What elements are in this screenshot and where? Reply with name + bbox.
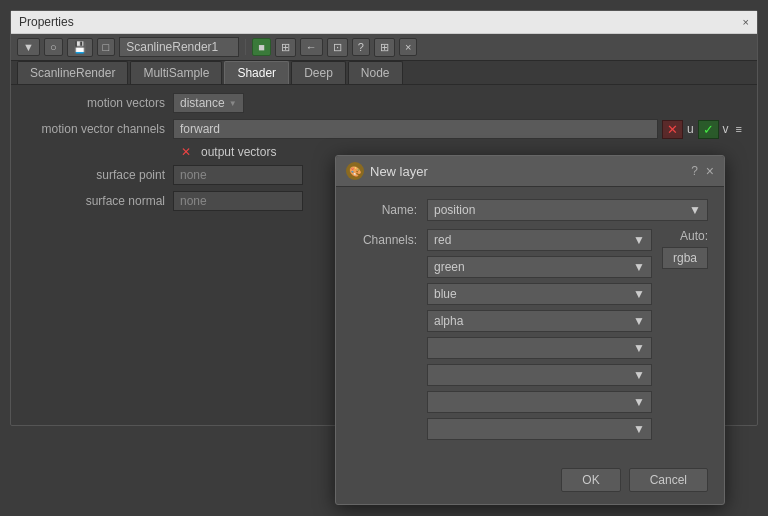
dialog-channels-row: Channels: red ▼ green ▼ blue [352, 229, 708, 440]
dialog-titlebar: 🎨 New layer ? × [336, 156, 724, 187]
panel-toolbar: ▼ ○ 💾 □ ScanlineRender1 ■ ⊞ ← ⊡ ? ⊞ × [11, 34, 757, 61]
circle-btn[interactable]: ○ [44, 38, 63, 56]
dialog-footer: OK Cancel [336, 460, 724, 504]
name-field: position ▼ [427, 199, 708, 221]
ok-button[interactable]: OK [561, 468, 620, 492]
channels-list: red ▼ green ▼ blue ▼ alpha [427, 229, 652, 440]
close-panel-btn[interactable]: × [399, 38, 417, 56]
surface-normal-label: surface normal [23, 194, 173, 208]
channel1-chevron-icon: ▼ [633, 233, 645, 247]
cancel-button[interactable]: Cancel [629, 468, 708, 492]
pin-btn[interactable]: ⊞ [374, 38, 395, 57]
channel6-chevron-icon: ▼ [633, 368, 645, 382]
layer-icon: 🎨 [349, 166, 361, 177]
dialog-title-text: New layer [370, 164, 428, 179]
dialog-help-btn[interactable]: ? [691, 164, 698, 178]
channel-1-value: red [434, 233, 451, 247]
dialog-title-area: 🎨 New layer [346, 162, 428, 180]
panel-title: Properties [19, 15, 74, 29]
surface-normal-value: none [173, 191, 303, 211]
channel5-chevron-icon: ▼ [633, 341, 645, 355]
channel-dropdown-5[interactable]: ▼ [427, 337, 652, 359]
v-label: v [723, 122, 729, 136]
motion-vectors-dropdown[interactable]: distance ▼ [173, 93, 244, 113]
channel4-chevron-icon: ▼ [633, 314, 645, 328]
channel-dropdown-8[interactable]: ▼ [427, 418, 652, 440]
render-btn3[interactable]: ← [300, 38, 323, 56]
menu-icon[interactable]: ≡ [733, 122, 745, 136]
dialog-close-btn[interactable]: × [706, 163, 714, 179]
name-dropdown[interactable]: position ▼ [427, 199, 708, 221]
channel2-chevron-icon: ▼ [633, 260, 645, 274]
name-value: position [434, 203, 475, 217]
channel7-chevron-icon: ▼ [633, 395, 645, 409]
channel8-chevron-icon: ▼ [633, 422, 645, 436]
surface-point-label: surface point [23, 168, 173, 182]
tab-scanlinerender[interactable]: ScanlineRender [17, 61, 128, 84]
motion-vectors-label: motion vectors [23, 96, 173, 110]
motion-vectors-control: distance ▼ [173, 93, 745, 113]
name-label: Name: [352, 203, 427, 217]
add-channel-btn[interactable]: ✓ [698, 120, 719, 139]
checkbox-x-icon: ✕ [181, 145, 191, 159]
arrow-down-btn[interactable]: ▼ [17, 38, 40, 56]
channel-dropdown-4[interactable]: alpha ▼ [427, 310, 652, 332]
channel-3-value: blue [434, 287, 457, 301]
dialog-controls: ? × [691, 163, 714, 179]
remove-channel-btn[interactable]: ✕ [662, 120, 683, 139]
node-name-input[interactable]: ScanlineRender1 [119, 37, 239, 57]
channel-dropdown-6[interactable]: ▼ [427, 364, 652, 386]
dialog-icon: 🎨 [346, 162, 364, 180]
surface-point-value: none [173, 165, 303, 185]
channel-4-value: alpha [434, 314, 463, 328]
channels-area: red ▼ green ▼ blue ▼ alpha [427, 229, 708, 440]
motion-vector-channels-control: forward ✕ u ✓ v ≡ [173, 119, 745, 139]
auto-label: Auto: [680, 229, 708, 243]
tab-shader[interactable]: Shader [224, 61, 289, 84]
tab-multisample[interactable]: MultiSample [130, 61, 222, 84]
tab-node[interactable]: Node [348, 61, 403, 84]
channels-label: Channels: [352, 229, 427, 247]
panel-titlebar: Properties × [11, 11, 757, 34]
help-btn[interactable]: ? [352, 38, 370, 56]
channel-dropdown-1[interactable]: red ▼ [427, 229, 652, 251]
panel-close-button[interactable]: × [743, 16, 749, 28]
output-vectors-label: output vectors [201, 145, 276, 159]
channel3-chevron-icon: ▼ [633, 287, 645, 301]
channel-dropdown-7[interactable]: ▼ [427, 391, 652, 413]
motion-vector-channels-label: motion vector channels [23, 122, 173, 136]
channel-dropdown-3[interactable]: blue ▼ [427, 283, 652, 305]
dialog-body: Name: position ▼ Channels: red ▼ [336, 187, 724, 460]
motion-vector-channels-input: forward [173, 119, 658, 139]
render-btn4[interactable]: ⊡ [327, 38, 348, 57]
motion-vector-channels-row: motion vector channels forward ✕ u ✓ v ≡ [23, 119, 745, 139]
panel-tabs: ScanlineRender MultiSample Shader Deep N… [11, 61, 757, 85]
channel-control: forward ✕ u ✓ v ≡ [173, 119, 745, 139]
dialog-name-row: Name: position ▼ [352, 199, 708, 221]
u-label: u [687, 122, 694, 136]
toolbar-separator [245, 39, 246, 55]
new-layer-dialog: 🎨 New layer ? × Name: position ▼ Channel… [335, 155, 725, 505]
save-btn[interactable]: 💾 [67, 38, 93, 57]
channel-dropdown-2[interactable]: green ▼ [427, 256, 652, 278]
render-green-btn[interactable]: ■ [252, 38, 271, 56]
auto-area: Auto: rgba [652, 229, 708, 269]
render-btn2[interactable]: ⊞ [275, 38, 296, 57]
chevron-down-icon: ▼ [229, 99, 237, 108]
name-chevron-icon: ▼ [689, 203, 701, 217]
channel-2-value: green [434, 260, 465, 274]
rgba-button[interactable]: rgba [662, 247, 708, 269]
tab-deep[interactable]: Deep [291, 61, 346, 84]
node-icon-btn[interactable]: □ [97, 38, 116, 56]
motion-vectors-row: motion vectors distance ▼ [23, 93, 745, 113]
